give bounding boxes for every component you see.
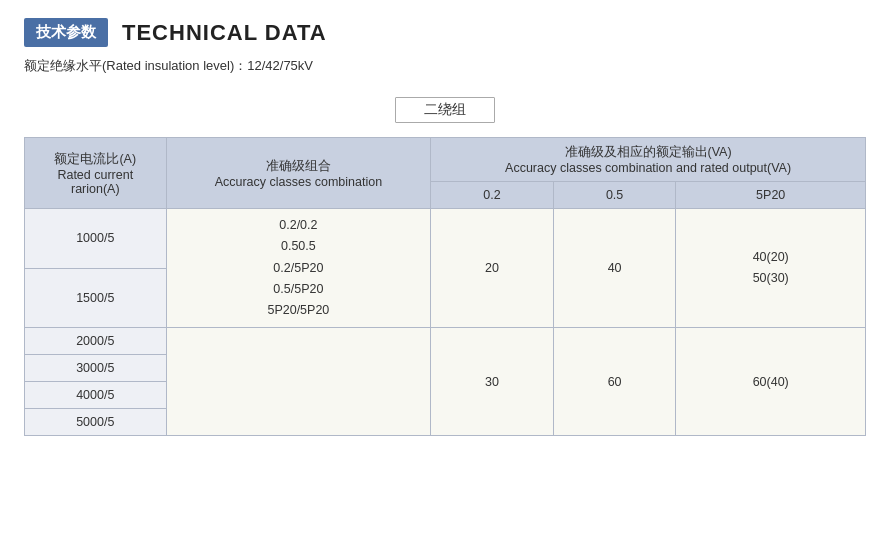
val-02-cell-2: 30 — [431, 328, 554, 436]
col2-header: 准确级组合 Accuracy classes combination — [166, 138, 431, 209]
table-row: 2000/5 30 60 60(40) — [25, 328, 866, 355]
current-ratio-cell: 4000/5 — [25, 382, 167, 409]
sub-col1-header: 0.2 — [431, 182, 554, 209]
val-5p20-cell-2: 60(40) — [676, 328, 866, 436]
combo-cell-2 — [166, 328, 431, 436]
section-label: 二绕组 — [395, 97, 495, 123]
col3-header: 准确级及相应的额定输出(VA) Accuracy classes combina… — [431, 138, 866, 182]
val-5p20-cell: 40(20) 50(30) — [676, 209, 866, 328]
val-05-cell-2: 60 — [553, 328, 676, 436]
subtitle: 额定绝缘水平(Rated insulation level)：12/42/75k… — [24, 57, 866, 75]
table-row: 1000/5 0.2/0.2 0.50.5 0.2/5P20 0.5/5P20 … — [25, 209, 866, 269]
val-05-cell: 40 — [553, 209, 676, 328]
sub-col3-header: 5P20 — [676, 182, 866, 209]
technical-data-table: 额定电流比(A) Rated current rarion(A) 准确级组合 A… — [24, 137, 866, 436]
val-02-cell: 20 — [431, 209, 554, 328]
page-header: 技术参数 TECHNICAL DATA — [24, 18, 866, 47]
current-ratio-cell: 3000/5 — [25, 355, 167, 382]
current-ratio-cell: 1500/5 — [25, 268, 167, 328]
sub-col2-header: 0.5 — [553, 182, 676, 209]
current-ratio-cell: 1000/5 — [25, 209, 167, 269]
current-ratio-cell: 5000/5 — [25, 409, 167, 436]
header-badge: 技术参数 — [24, 18, 108, 47]
section-label-wrapper: 二绕组 — [24, 97, 866, 123]
combo-cell: 0.2/0.2 0.50.5 0.2/5P20 0.5/5P20 5P20/5P… — [166, 209, 431, 328]
col1-header: 额定电流比(A) Rated current rarion(A) — [25, 138, 167, 209]
current-ratio-cell: 2000/5 — [25, 328, 167, 355]
header-title: TECHNICAL DATA — [122, 20, 327, 46]
